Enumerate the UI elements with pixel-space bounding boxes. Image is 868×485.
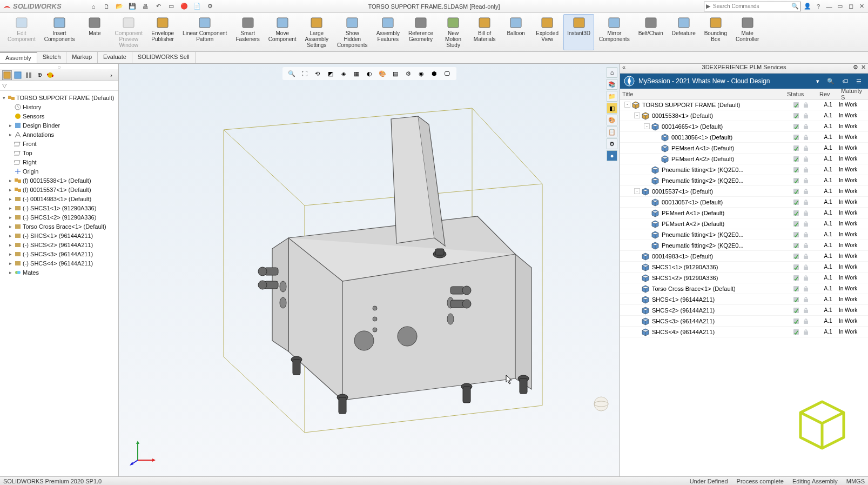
tree-item[interactable]: ▸(-) SHCS1<2> (91290A336) [1, 212, 117, 222]
design-lib-tab-icon[interactable]: 📁 [607, 91, 617, 102]
compass-icon[interactable] [623, 75, 635, 87]
expand-icon[interactable]: - [624, 102, 630, 108]
view-triad[interactable] [130, 439, 157, 466]
search-commands[interactable]: ▶ 🔍 [704, 2, 801, 11]
custom-props-tab-icon[interactable]: ⚙ [607, 138, 617, 149]
expand-icon[interactable]: ▸ [8, 132, 13, 137]
plm-row[interactable]: PEMsert A<2> (Default)A.1In Work [620, 218, 868, 229]
screen-icon[interactable]: 🖵 [442, 69, 452, 78]
forum-tab-icon[interactable]: ● [607, 150, 617, 161]
plm-row[interactable]: -00015537<1> (Default)A.1In Work [620, 186, 868, 197]
close-icon[interactable]: ✕ [857, 2, 866, 11]
ribbon-instant3d[interactable]: Instant3D [563, 14, 594, 50]
expand-icon[interactable]: ▸ [8, 270, 13, 275]
tab-evaluate[interactable]: Evaluate [98, 52, 132, 63]
zoom-area-icon[interactable]: ⛶ [300, 69, 309, 78]
plm-row[interactable]: SHCS1<2> (91290A336)A.1In Work [620, 273, 868, 283]
ribbon-defeature[interactable]: Defeature [668, 14, 699, 50]
save-icon[interactable]: 💾 [127, 2, 137, 11]
undo-icon[interactable]: ↶ [153, 2, 163, 11]
plm-row[interactable]: SHCS<4> (96144A211)A.1In Work [620, 327, 868, 337]
apply-scene-icon[interactable]: ▤ [391, 69, 400, 78]
view-orient-icon[interactable]: ◈ [339, 69, 348, 78]
plm-row[interactable]: Pneumatic fitting<1> (KQ2E0...A.1In Work [620, 164, 868, 175]
ribbon-belt/chain[interactable]: Belt/Chain [635, 14, 667, 50]
tag-icon[interactable]: 🏷 [839, 75, 851, 87]
plm-row[interactable]: SHCS<2> (96144A211)A.1In Work [620, 305, 868, 316]
expand-icon[interactable]: ▸ [8, 178, 13, 183]
tree-item[interactable]: Front [1, 139, 117, 148]
tree-item[interactable]: History [1, 102, 117, 111]
plm-row[interactable]: SHCS1<1> (91290A336)A.1In Work [620, 262, 868, 273]
col-maturity[interactable]: Maturity S [839, 88, 868, 101]
plm-row[interactable]: SHCS<1> (96144A211)A.1In Work [620, 294, 868, 305]
ribbon-exploded-view[interactable]: Exploded View [532, 14, 562, 50]
expand-icon[interactable]: ▸ [8, 251, 13, 257]
plm-row[interactable]: -00014665<1> (Default)A.1In Work [620, 121, 868, 132]
open-icon[interactable]: 📂 [115, 2, 124, 11]
plm-row[interactable]: -00015538<1> (Default)A.1In Work [620, 110, 868, 121]
plm-row[interactable]: 00014983<1> (Default)A.1In Work [620, 251, 868, 262]
expand-icon[interactable]: ▸ [8, 224, 13, 229]
tree-item[interactable]: ▸(f) 00015537<1> (Default) [1, 185, 117, 194]
tree-item[interactable]: ▸Annotations [1, 130, 117, 139]
plm-row[interactable]: Pneumatic fitting<2> (KQ2E0...A.1In Work [620, 175, 868, 186]
print-icon[interactable]: 🖶 [140, 2, 150, 11]
ribbon-new-motion-study[interactable]: New Motion Study [438, 14, 468, 50]
render-icon[interactable]: ◉ [416, 69, 426, 78]
search-input[interactable] [712, 3, 790, 9]
ribbon-assembly-features[interactable]: Assembly Features [373, 14, 403, 50]
expand-icon[interactable]: ▸ [8, 187, 13, 192]
plm-row[interactable]: 00013057<1> (Default)A.1In Work [620, 197, 868, 208]
tree-item[interactable]: ▸(-) SHCS<4> (96144A211) [1, 258, 117, 268]
tree-item[interactable]: ▸Design Binder [1, 121, 117, 130]
hide-show-icon[interactable]: ◐ [365, 69, 374, 78]
tree-item[interactable]: ▸(-) 00014983<1> (Default) [1, 194, 117, 203]
view-settings-icon[interactable]: ⚙ [403, 69, 413, 78]
view-palette-tab-icon[interactable]: 🎨 [607, 115, 617, 125]
plm-row[interactable]: PEMsert A<1> (Default)A.1In Work [620, 208, 868, 218]
expand-icon[interactable]: ▾ [1, 95, 6, 101]
help-icon[interactable]: ? [814, 2, 823, 11]
tab-solidworks-sell[interactable]: SOLIDWORKS Sell [132, 52, 196, 63]
tree-root[interactable]: ▾ TORSO SUPPORT FRAME (Default) [1, 93, 117, 102]
tab-assembly[interactable]: Assembly [0, 52, 37, 63]
appearances-tab-icon[interactable]: 📋 [607, 127, 617, 137]
fm-more-icon[interactable]: › [106, 70, 116, 80]
ribbon-bounding-box[interactable]: Bounding Box [701, 14, 731, 50]
plm-row[interactable]: Pneumatic fitting<2> (KQ2E0...A.1In Work [620, 240, 868, 251]
ribbon-large-assembly-settings[interactable]: Large Assembly Settings [301, 14, 332, 50]
plm-row[interactable]: SHCS<3> (96144A211)A.1In Work [620, 316, 868, 327]
plm-row[interactable]: -TORSO SUPPORT FRAME (Default)A.1In Work [620, 99, 868, 110]
edit-appearance-icon[interactable]: 🎨 [378, 69, 387, 78]
menu-icon[interactable]: ☰ [853, 75, 865, 87]
new-icon[interactable]: 🗋 [102, 2, 111, 11]
graphics-viewport[interactable]: 🔍 ⛶ ⟲ ◩ ◈ ▦ ◐ 🎨 ▤ ⚙ ◉ ⬢ 🖵 ⌂ 📚 📁 ◧ 🎨 📋 ⚙ … [119, 64, 620, 476]
search-panel-icon[interactable]: 🔍 [825, 75, 837, 87]
display-style-icon[interactable]: ▦ [352, 69, 361, 78]
file-explorer-tab-icon[interactable]: ◧ [607, 103, 617, 114]
tab-sketch[interactable]: Sketch [37, 52, 67, 63]
3dx-icon[interactable]: ⬢ [429, 69, 439, 78]
ribbon-balloon[interactable]: Balloon [501, 14, 531, 50]
tree-item[interactable]: ▸(-) SHCS<3> (96144A211) [1, 249, 117, 258]
expand-icon[interactable]: ▸ [8, 261, 13, 266]
plm-row[interactable]: Torso Cross Brace<1> (Default)A.1In Work [620, 283, 868, 294]
maximize-icon[interactable]: ◻ [846, 2, 855, 11]
expand-icon[interactable]: ▸ [8, 123, 13, 128]
expand-icon[interactable]: ▸ [8, 205, 13, 211]
ribbon-bill-of-materials[interactable]: Bill of Materials [469, 14, 500, 50]
settings-icon[interactable]: ⚙ [205, 2, 215, 11]
home-icon[interactable]: ⌂ [89, 2, 98, 11]
panel-settings-icon[interactable]: ⚙ [853, 64, 858, 71]
tree-item[interactable]: ▸Torso Cross Brace<1> (Default) [1, 222, 117, 231]
ribbon-show-hidden-components[interactable]: Show Hidden Components [333, 14, 372, 50]
fm-display-tab-icon[interactable] [45, 70, 55, 80]
fm-tree-tab-icon[interactable] [2, 70, 12, 80]
resources-tab-icon[interactable]: 📚 [607, 79, 617, 90]
minimize-icon[interactable]: — [825, 2, 833, 11]
tree-item[interactable]: ▸(-) SHCS1<1> (91290A336) [1, 203, 117, 212]
rebuild-icon[interactable]: 🔴 [179, 2, 189, 11]
tree-item[interactable]: Right [1, 157, 117, 167]
tree-item[interactable]: Sensors [1, 111, 117, 121]
